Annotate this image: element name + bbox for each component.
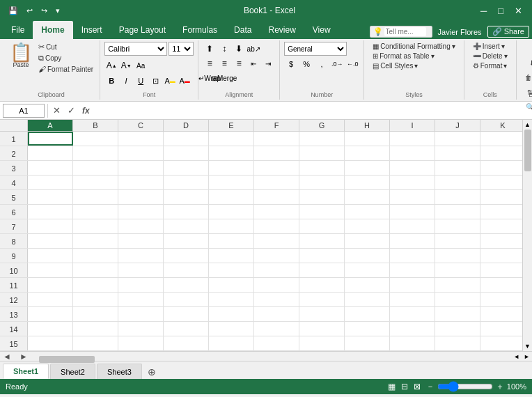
cell-F2[interactable] <box>254 146 299 160</box>
cell-I8[interactable] <box>390 234 435 248</box>
format-as-table-button[interactable]: ⊞ Format as Table ▾ <box>368 52 439 61</box>
cell-F10[interactable] <box>254 263 299 277</box>
accounting-format-button[interactable]: $ <box>284 57 298 71</box>
cell-reference-input[interactable] <box>3 104 45 118</box>
redo-icon[interactable]: ↪ <box>38 5 50 17</box>
number-format-select[interactable]: General Number Currency <box>284 42 347 56</box>
row-number-4[interactable]: 4 <box>0 176 28 189</box>
middle-align-button[interactable]: ↕ <box>217 42 231 56</box>
cell-I15[interactable] <box>390 336 435 350</box>
cell-K2[interactable] <box>480 146 522 160</box>
tab-view[interactable]: View <box>304 21 339 39</box>
tab-data[interactable]: Data <box>226 21 260 39</box>
col-header-I[interactable]: I <box>390 120 435 131</box>
cell-J10[interactable] <box>435 263 480 277</box>
find-select-button[interactable]: 🔍Find▾ <box>522 100 532 114</box>
zoom-in-button[interactable]: ＋ <box>496 381 504 393</box>
tab-review[interactable]: Review <box>260 21 304 39</box>
cell-C5[interactable] <box>118 190 164 204</box>
cell-B1[interactable] <box>73 132 118 146</box>
cell-E7[interactable] <box>209 219 254 233</box>
cell-K6[interactable] <box>480 205 522 219</box>
cell-G1[interactable] <box>299 132 345 146</box>
normal-view-button[interactable]: ▦ <box>388 382 396 391</box>
cell-J13[interactable] <box>435 307 480 321</box>
cell-H7[interactable] <box>345 219 390 233</box>
cell-D3[interactable] <box>164 161 209 175</box>
cell-J4[interactable] <box>435 176 480 189</box>
cell-G3[interactable] <box>299 161 345 175</box>
cell-B12[interactable] <box>73 293 118 306</box>
font-name-select[interactable]: Calibri <box>104 42 167 56</box>
col-header-G[interactable]: G <box>299 120 345 131</box>
cell-D4[interactable] <box>164 176 209 189</box>
zoom-out-button[interactable]: － <box>426 381 435 393</box>
row-number-1[interactable]: 1 <box>0 132 28 146</box>
cell-D12[interactable] <box>164 293 209 306</box>
cell-J5[interactable] <box>435 190 480 204</box>
tell-me-box[interactable]: 💡 <box>370 26 432 38</box>
col-header-C[interactable]: C <box>118 120 164 131</box>
page-layout-view-button[interactable]: ⊟ <box>401 382 408 391</box>
cell-A2[interactable] <box>28 146 73 160</box>
cell-H13[interactable] <box>345 307 390 321</box>
cell-K13[interactable] <box>480 307 522 321</box>
row-number-5[interactable]: 5 <box>0 190 28 204</box>
cell-I9[interactable] <box>390 249 435 263</box>
copy-button[interactable]: ⧉Copy <box>36 53 95 63</box>
cell-K3[interactable] <box>480 161 522 175</box>
font-size-select[interactable]: 11 <box>169 42 194 56</box>
cell-K8[interactable] <box>480 234 522 248</box>
save-icon[interactable]: 💾 <box>6 5 21 17</box>
cell-G15[interactable] <box>299 336 345 350</box>
scroll-down-button[interactable]: ▼ <box>524 343 531 351</box>
cell-B8[interactable] <box>73 234 118 248</box>
cell-B6[interactable] <box>73 205 118 219</box>
cell-B9[interactable] <box>73 249 118 263</box>
cell-A9[interactable] <box>28 249 73 263</box>
cell-A4[interactable] <box>28 176 73 189</box>
merge-center-button[interactable]: ⊞Merge <box>217 71 231 85</box>
cell-D6[interactable] <box>164 205 209 219</box>
cell-A12[interactable] <box>28 293 73 306</box>
cell-G11[interactable] <box>299 278 345 292</box>
cell-C15[interactable] <box>118 336 164 350</box>
cell-H10[interactable] <box>345 263 390 277</box>
insert-function-button[interactable]: fx <box>80 105 92 116</box>
format-button[interactable]: ⚙ Format ▾ <box>469 61 512 70</box>
cell-B4[interactable] <box>73 176 118 189</box>
sheet-tab-sheet1[interactable]: Sheet1 <box>3 364 49 379</box>
cell-J7[interactable] <box>435 219 480 233</box>
h-scrollbar-track[interactable] <box>35 353 511 360</box>
cell-E1[interactable] <box>209 132 254 146</box>
cell-A10[interactable] <box>28 263 73 277</box>
cell-D1[interactable] <box>164 132 209 146</box>
increase-indent-button[interactable]: ⇥ <box>261 56 275 70</box>
cell-D7[interactable] <box>164 219 209 233</box>
cell-G13[interactable] <box>299 307 345 321</box>
v-scroll-thumb[interactable] <box>524 130 531 171</box>
cell-J1[interactable] <box>435 132 480 146</box>
row-number-15[interactable]: 15 <box>0 336 28 350</box>
cell-C8[interactable] <box>118 234 164 248</box>
percent-button[interactable]: % <box>299 57 313 71</box>
cell-I4[interactable] <box>390 176 435 189</box>
cell-K10[interactable] <box>480 263 522 277</box>
col-header-K[interactable]: K <box>480 120 522 131</box>
decrease-decimal-button[interactable]: ←.0 <box>345 57 359 71</box>
share-button[interactable]: 🔗 Share <box>487 26 529 38</box>
cell-D14[interactable] <box>164 322 209 336</box>
cell-B14[interactable] <box>73 322 118 336</box>
font-color-button[interactable]: A▬ <box>178 74 191 88</box>
top-align-button[interactable]: ⬆ <box>203 42 217 56</box>
cell-E13[interactable] <box>209 307 254 321</box>
cell-J2[interactable] <box>435 146 480 160</box>
cell-C3[interactable] <box>118 161 164 175</box>
cell-G9[interactable] <box>299 249 345 263</box>
cell-K15[interactable] <box>480 336 522 350</box>
cell-B5[interactable] <box>73 190 118 204</box>
cell-A6[interactable] <box>28 205 73 219</box>
comma-button[interactable]: , <box>315 57 329 71</box>
cell-K1[interactable] <box>480 132 522 146</box>
cell-H6[interactable] <box>345 205 390 219</box>
